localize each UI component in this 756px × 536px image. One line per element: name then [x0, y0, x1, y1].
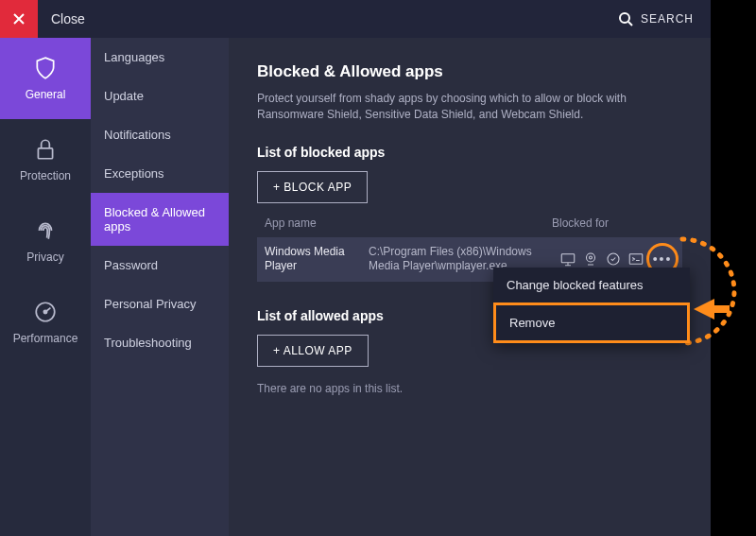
svg-point-0 — [620, 13, 629, 23]
page-description: Protect yourself from shady apps by choo… — [257, 91, 654, 124]
main-content: Blocked & Allowed apps Protect yourself … — [229, 38, 711, 536]
subnav-item-0[interactable]: Languages — [91, 38, 229, 77]
context-menu: Change blocked features Remove — [493, 268, 690, 343]
gauge-icon — [33, 300, 58, 324]
blocked-table-header: App name Blocked for — [257, 203, 682, 237]
svg-rect-1 — [38, 148, 52, 159]
close-button[interactable] — [0, 0, 38, 38]
svg-point-7 — [608, 253, 619, 265]
subnav-item-3[interactable]: Exceptions — [91, 154, 229, 193]
secondary-nav: LanguagesUpdateNotificationsExceptionsBl… — [91, 38, 229, 536]
close-label: Close — [51, 11, 85, 26]
display-icon — [559, 251, 576, 268]
subnav-item-4[interactable]: Blocked & Allowed apps — [91, 193, 229, 246]
allow-app-button[interactable]: + ALLOW APP — [257, 335, 369, 367]
lock-icon — [33, 137, 58, 162]
col-blocked-for: Blocked for — [552, 216, 675, 230]
close-icon — [12, 12, 26, 26]
allowed-empty-text: There are no apps in this list. — [257, 382, 682, 395]
annotation-arrow — [692, 296, 730, 325]
primary-nav: General Protection Privacy Performance — [0, 38, 91, 536]
subnav-item-7[interactable]: Troubleshooting — [91, 323, 229, 362]
nav-performance-label: Performance — [13, 332, 78, 345]
nav-general-label: General — [26, 88, 66, 101]
subnav-item-2[interactable]: Notifications — [91, 115, 229, 154]
subnav-item-6[interactable]: Personal Privacy — [91, 285, 229, 323]
table-row[interactable]: Windows Media Player C:\Program Files (x… — [257, 237, 682, 282]
subnav-item-5[interactable]: Password — [91, 246, 229, 285]
nav-privacy-label: Privacy — [26, 251, 63, 264]
nav-protection[interactable]: Protection — [0, 119, 91, 200]
nav-general[interactable]: General — [0, 38, 91, 119]
nav-privacy[interactable]: Privacy — [0, 200, 91, 282]
svg-rect-4 — [561, 254, 575, 263]
svg-point-3 — [43, 310, 46, 313]
subnav-item-1[interactable]: Update — [91, 77, 229, 115]
data-shield-icon — [605, 251, 622, 268]
terminal-icon — [627, 251, 644, 268]
svg-point-6 — [590, 256, 593, 259]
svg-point-5 — [587, 253, 595, 262]
svg-marker-9 — [694, 299, 714, 320]
svg-rect-10 — [713, 305, 730, 313]
nav-performance[interactable]: Performance — [0, 282, 91, 363]
ellipsis-icon: ••• — [653, 252, 673, 266]
webcam-icon — [582, 251, 599, 268]
menu-change-features[interactable]: Change blocked features — [493, 268, 690, 303]
shield-icon — [33, 56, 58, 80]
blocked-heading: List of blocked apps — [257, 145, 682, 160]
search-icon — [618, 11, 633, 26]
search-button[interactable]: SEARCH — [618, 11, 711, 26]
titlebar: Close SEARCH — [0, 0, 711, 38]
nav-protection-label: Protection — [20, 169, 71, 182]
body: General Protection Privacy Performance L… — [0, 38, 711, 536]
fingerprint-icon — [33, 218, 58, 243]
app-window: Close SEARCH General Protection Privacy … — [0, 0, 711, 536]
col-app-name: App name — [265, 216, 369, 230]
menu-remove[interactable]: Remove — [493, 303, 690, 343]
app-name: Windows Media Player — [265, 245, 369, 274]
block-app-button[interactable]: + BLOCK APP — [257, 171, 368, 203]
svg-rect-8 — [629, 254, 643, 265]
page-title: Blocked & Allowed apps — [257, 62, 682, 81]
search-label: SEARCH — [641, 12, 694, 26]
